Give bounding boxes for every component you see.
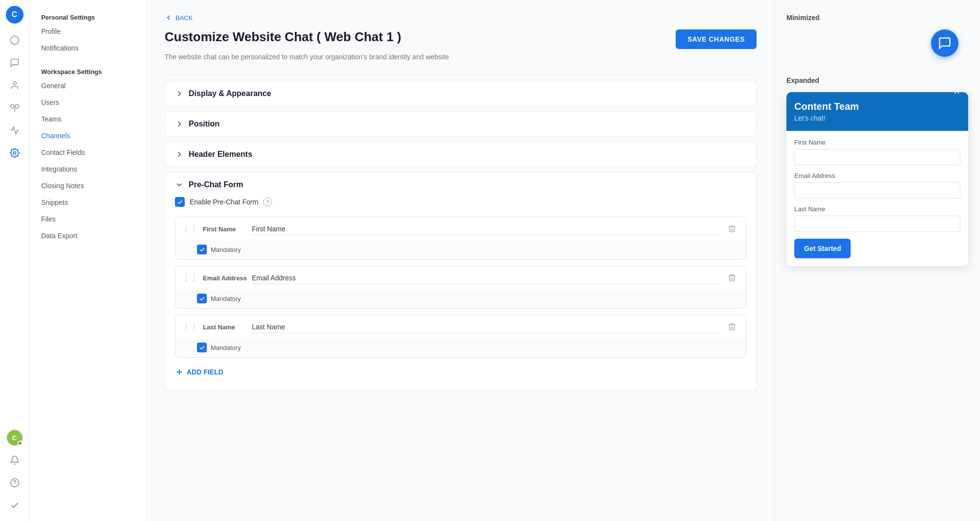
help-icon[interactable]: ? [263,198,272,206]
mandatory-checkbox-last-name[interactable] [197,343,207,352]
drag-handle-last-name[interactable]: ⋮⋮ [182,323,198,332]
field-label-first-name: First Name [203,225,247,233]
page-subtitle: The website chat can be personalized to … [165,53,757,61]
field-input-email[interactable] [252,272,720,284]
accordion-display-header[interactable]: Display & Appearance [165,81,756,106]
nav-icon-reports[interactable] [5,121,24,140]
chevron-right-icon [175,150,184,159]
mandatory-row-email: Mandatory [175,290,746,308]
minimized-section-title: Minimized [786,14,968,22]
delete-first-name-button[interactable] [725,222,739,236]
sidebar-item-files[interactable]: Files [29,211,147,227]
nav-icon-help[interactable] [5,473,24,493]
enable-prechat-row: Enable Pre-Chat Form ? [175,197,746,207]
mandatory-label-last-name: Mandatory [211,344,241,351]
field-block-email: ⋮⋮ Email Address Mandatory [175,266,746,309]
preview-field-label-email: Email Address [794,172,960,179]
sidebar-item-teams[interactable]: Teams [29,111,147,127]
accordion-position-title: Position [189,120,220,128]
accordion-display: Display & Appearance [165,81,757,106]
accordion-header-elements-header[interactable]: Header Elements [165,142,756,167]
page-header: Customize Website Chat ( Web Chat 1 ) SA… [165,29,757,49]
page-title: Customize Website Chat ( Web Chat 1 ) [165,29,401,45]
preview-panel: Minimized Expanded ✕ Content Team Let's … [774,0,980,521]
preview-field-label-first-name: First Name [794,139,960,146]
preview-field-input-email[interactable] [794,182,960,198]
minimized-preview [786,29,968,57]
nav-icon-checkmark[interactable] [5,496,24,515]
accordion-prechat-title: Pre-Chat Form [189,180,243,189]
chat-bubble-icon [938,36,952,50]
preview-field-input-last-name[interactable] [794,216,960,232]
plus-icon [175,368,184,376]
delete-email-button[interactable] [725,271,739,285]
nav-icon-home[interactable] [5,30,24,50]
field-input-last-name[interactable] [252,321,720,333]
field-label-email: Email Address [203,274,247,282]
accordion-prechat: Pre-Chat Form Enable Pre-Chat Form ? ⋮⋮ … [165,172,757,391]
mandatory-checkbox-email[interactable] [197,294,207,303]
personal-settings-title: Personal Settings [29,10,147,23]
get-started-button[interactable]: Get Started [794,239,851,258]
expanded-section-title: Expanded [786,76,968,84]
prechat-body: Enable Pre-Chat Form ? ⋮⋮ First Name [165,197,756,390]
expanded-chat-preview: ✕ Content Team Let's chat! First Name Em… [786,92,968,266]
svg-point-2 [13,152,16,154]
nav-icon-contacts[interactable] [5,75,24,95]
accordion-prechat-header[interactable]: Pre-Chat Form [165,173,756,197]
enable-prechat-checkbox[interactable] [175,197,185,207]
field-input-first-name[interactable] [252,223,720,235]
sidebar-item-snippets[interactable]: Snippets [29,194,147,211]
mandatory-row-first-name: Mandatory [175,241,746,259]
sidebar: Personal Settings Profile Notifications … [29,0,147,521]
chat-bubble-minimized[interactable] [931,29,958,57]
mandatory-row-last-name: Mandatory [175,339,746,357]
app-avatar[interactable]: C [6,6,24,24]
sidebar-item-notifications[interactable]: Notifications [29,40,147,56]
delete-last-name-button[interactable] [725,320,739,334]
save-changes-button[interactable]: SAVE CHANGES [676,29,757,49]
back-link[interactable]: BACK [165,14,757,22]
chevron-right-icon [175,120,184,128]
drag-handle-email[interactable]: ⋮⋮ [182,273,198,283]
accordion-display-title: Display & Appearance [189,89,271,98]
chat-header-title: Content Team [794,101,960,112]
drag-handle-first-name[interactable]: ⋮⋮ [182,224,198,234]
svg-point-1 [13,82,16,85]
sidebar-item-channels[interactable]: Channels [29,127,147,144]
preview-field-input-first-name[interactable] [794,149,960,165]
sidebar-item-profile[interactable]: Profile [29,23,147,40]
add-field-button[interactable]: ADD FIELD [175,364,746,380]
chat-header-subtitle: Let's chat! [794,114,960,122]
sidebar-item-users[interactable]: Users [29,94,147,111]
sidebar-item-data-export[interactable]: Data Export [29,227,147,244]
nav-icon-settings[interactable] [5,143,24,163]
field-row-last-name: ⋮⋮ Last Name [175,315,746,339]
nav-icon-avatar-bottom[interactable]: C [5,428,24,447]
accordion-position-header[interactable]: Position [165,112,756,136]
field-label-last-name: Last Name [203,323,247,331]
sidebar-item-closing-notes[interactable]: Closing Notes [29,177,147,194]
accordion-header-elements-title: Header Elements [189,150,252,159]
nav-icon-bell[interactable] [5,450,24,470]
enable-prechat-label: Enable Pre-Chat Form [190,198,258,206]
sidebar-item-integrations[interactable]: Integrations [29,161,147,177]
icon-navigation: C C [0,0,29,521]
sidebar-item-general[interactable]: General [29,77,147,94]
accordion-header-elements: Header Elements [165,142,757,167]
nav-icon-broadcast[interactable] [5,98,24,118]
field-block-first-name: ⋮⋮ First Name Mandatory [175,217,746,260]
chevron-right-icon [175,89,184,98]
chat-body: First Name Email Address Last Name Get S… [786,131,968,266]
preview-field-label-last-name: Last Name [794,205,960,213]
field-row-first-name: ⋮⋮ First Name [175,217,746,241]
accordion-position: Position [165,111,757,137]
mandatory-label-first-name: Mandatory [211,246,241,253]
nav-icon-chat[interactable] [5,53,24,73]
sidebar-item-contact-fields[interactable]: Contact Fields [29,144,147,161]
chat-close-icon[interactable]: ✕ [953,92,960,97]
svg-point-0 [10,36,19,45]
mandatory-checkbox-first-name[interactable] [197,245,207,254]
workspace-settings-title: Workspace Settings [29,64,147,77]
chat-header: ✕ Content Team Let's chat! [786,92,968,131]
